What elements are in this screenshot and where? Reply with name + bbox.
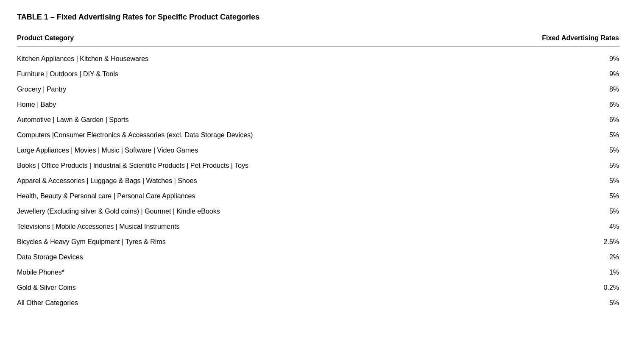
table-row: Furniture | Outdoors | DIY & Tools9% [17,67,619,82]
rate-cell: 5% [529,173,619,189]
rate-cell: 5% [529,189,619,204]
rate-cell: 9% [529,47,619,67]
table-row: Home | Baby6% [17,97,619,112]
category-cell: Books | Office Products | Industrial & S… [17,158,529,173]
column-header-category: Product Category [17,34,529,47]
rate-cell: 5% [529,158,619,173]
rate-cell: 2.5% [529,234,619,250]
table-row: Grocery | Pantry8% [17,82,619,97]
table-row: Data Storage Devices2% [17,250,619,265]
table-row: Jewellery (Excluding silver & Gold coins… [17,204,619,219]
table-row: Computers |Consumer Electronics & Access… [17,128,619,143]
category-cell: Kitchen Appliances | Kitchen & Houseware… [17,47,529,67]
table-row: Gold & Silver Coins0.2% [17,280,619,295]
rate-cell: 5% [529,295,619,311]
category-cell: Furniture | Outdoors | DIY & Tools [17,67,529,82]
rate-cell: 5% [529,204,619,219]
category-cell: Data Storage Devices [17,250,529,265]
table-row: Kitchen Appliances | Kitchen & Houseware… [17,47,619,67]
rate-cell: 2% [529,250,619,265]
category-cell: Jewellery (Excluding silver & Gold coins… [17,204,529,219]
rate-cell: 8% [529,82,619,97]
table-row: Bicycles & Heavy Gym Equipment | Tyres &… [17,234,619,250]
rate-cell: 1% [529,265,619,280]
category-cell: Automotive | Lawn & Garden | Sports [17,112,529,128]
rate-cell: 4% [529,219,619,234]
category-cell: Bicycles & Heavy Gym Equipment | Tyres &… [17,234,529,250]
table-row: Large Appliances | Movies | Music | Soft… [17,143,619,158]
category-cell: All Other Categories [17,295,529,311]
category-cell: Large Appliances | Movies | Music | Soft… [17,143,529,158]
rate-cell: 6% [529,112,619,128]
rate-cell: 9% [529,67,619,82]
table-row: Televisions | Mobile Accessories | Music… [17,219,619,234]
table-row: Books | Office Products | Industrial & S… [17,158,619,173]
category-cell: Computers |Consumer Electronics & Access… [17,128,529,143]
table-title: TABLE 1 – Fixed Advertising Rates for Sp… [17,13,619,22]
category-cell: Apparel & Accessories | Luggage & Bags |… [17,173,529,189]
table-row: Health, Beauty & Personal care | Persona… [17,189,619,204]
advertising-rates-table: Product Category Fixed Advertising Rates… [17,34,619,311]
rate-cell: 0.2% [529,280,619,295]
table-row: Automotive | Lawn & Garden | Sports6% [17,112,619,128]
category-cell: Televisions | Mobile Accessories | Music… [17,219,529,234]
rate-cell: 5% [529,128,619,143]
category-cell: Gold & Silver Coins [17,280,529,295]
category-cell: Health, Beauty & Personal care | Persona… [17,189,529,204]
column-header-rate: Fixed Advertising Rates [529,34,619,47]
category-cell: Home | Baby [17,97,529,112]
rate-cell: 5% [529,143,619,158]
category-cell: Grocery | Pantry [17,82,529,97]
table-row: Mobile Phones*1% [17,265,619,280]
table-row: All Other Categories5% [17,295,619,311]
rate-cell: 6% [529,97,619,112]
table-row: Apparel & Accessories | Luggage & Bags |… [17,173,619,189]
category-cell: Mobile Phones* [17,265,529,280]
